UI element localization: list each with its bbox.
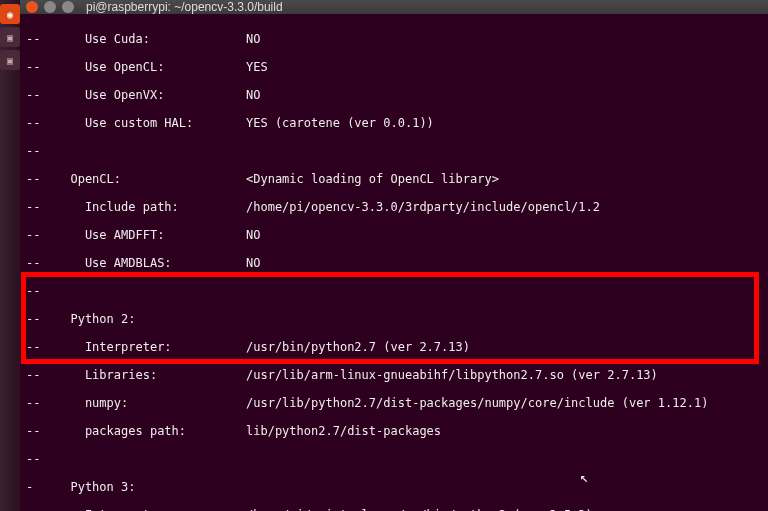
launcher-app-icon[interactable]: ▣	[0, 50, 20, 70]
ubuntu-dash-icon[interactable]: ◉	[0, 4, 20, 24]
close-icon[interactable]	[26, 1, 38, 13]
launcher-app-icon[interactable]: ▣	[0, 27, 20, 47]
window-titlebar[interactable]: pi@raspberrypi: ~/opencv-3.3.0/build	[20, 0, 768, 14]
window-title: pi@raspberrypi: ~/opencv-3.3.0/build	[86, 0, 283, 14]
unity-launcher: ◉ ▣ ▣	[0, 0, 20, 511]
terminal-output[interactable]: -- Use Cuda:NO -- Use OpenCL:YES -- Use …	[20, 14, 768, 511]
minimize-icon[interactable]	[44, 1, 56, 13]
maximize-icon[interactable]	[62, 1, 74, 13]
